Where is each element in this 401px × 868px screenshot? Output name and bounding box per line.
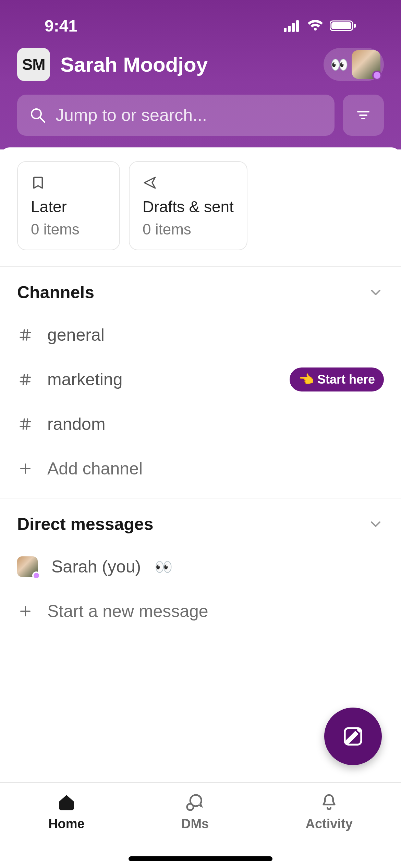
hash-icon bbox=[17, 328, 34, 342]
filter-button[interactable] bbox=[343, 95, 384, 136]
drafts-title: Drafts & sent bbox=[143, 197, 234, 216]
channel-random[interactable]: random bbox=[17, 402, 384, 446]
send-icon bbox=[143, 175, 157, 191]
tab-home[interactable]: Home bbox=[48, 793, 85, 831]
dms-section: Direct messages Sarah (you) 👀 Start a ne… bbox=[0, 498, 401, 634]
cellular-icon bbox=[284, 20, 301, 32]
drafts-sub: 0 items bbox=[143, 221, 234, 238]
chevron-down-icon bbox=[367, 516, 384, 532]
status-time: 9:41 bbox=[45, 16, 77, 35]
channel-general[interactable]: general bbox=[17, 313, 384, 357]
channel-label: marketing bbox=[47, 370, 123, 389]
wifi-icon bbox=[307, 20, 324, 32]
bookmark-icon bbox=[31, 175, 45, 191]
svg-point-13 bbox=[187, 804, 194, 810]
dm-avatar-wrap bbox=[17, 556, 38, 577]
activity-icon bbox=[319, 793, 339, 812]
start-new-message-button[interactable]: Start a new message bbox=[17, 589, 384, 634]
screen: 9:41 SM Sarah Moodjoy 👀 Jump to bbox=[0, 0, 401, 868]
channels-section: Channels general marketing 👈 Start here … bbox=[0, 267, 401, 491]
status-emoji: 👀 bbox=[330, 56, 348, 73]
dm-self-label: Sarah (you) bbox=[51, 557, 141, 577]
home-indicator[interactable] bbox=[129, 856, 272, 861]
add-channel-label: Add channel bbox=[47, 459, 143, 479]
svg-rect-1 bbox=[288, 26, 291, 32]
tab-activity[interactable]: Activity bbox=[306, 793, 353, 831]
plus-icon bbox=[17, 604, 34, 618]
compose-icon bbox=[342, 725, 364, 747]
search-row: Jump to or search... bbox=[17, 95, 384, 136]
header: 9:41 SM Sarah Moodjoy 👀 Jump to bbox=[0, 0, 401, 149]
status-indicators bbox=[284, 20, 356, 32]
channel-label: random bbox=[47, 414, 106, 434]
later-sub: 0 items bbox=[31, 221, 106, 238]
start-here-label: Start here bbox=[317, 372, 375, 387]
svg-rect-5 bbox=[331, 22, 351, 29]
channels-title: Channels bbox=[17, 282, 94, 302]
tab-activity-label: Activity bbox=[306, 817, 353, 831]
compose-fab[interactable] bbox=[324, 708, 382, 765]
plus-icon bbox=[17, 462, 34, 475]
quick-cards: Later 0 items Drafts & sent 0 items bbox=[0, 161, 401, 266]
channels-header[interactable]: Channels bbox=[17, 267, 384, 313]
svg-rect-6 bbox=[354, 24, 356, 28]
search-placeholder: Jump to or search... bbox=[56, 105, 207, 125]
home-icon bbox=[57, 793, 76, 812]
channel-marketing[interactable]: marketing 👈 Start here bbox=[17, 357, 384, 402]
presence-indicator bbox=[372, 71, 382, 80]
dm-self-emoji: 👀 bbox=[155, 558, 172, 575]
start-here-pill[interactable]: 👈 Start here bbox=[290, 367, 384, 391]
svg-rect-0 bbox=[284, 28, 287, 32]
add-channel-button[interactable]: Add channel bbox=[17, 446, 384, 491]
chevron-down-icon bbox=[367, 284, 384, 301]
filter-icon bbox=[355, 107, 372, 123]
workspace-name: Sarah Moodjoy bbox=[60, 53, 208, 76]
search-input[interactable]: Jump to or search... bbox=[17, 95, 335, 136]
tab-bar: Home DMs Activity bbox=[0, 782, 401, 868]
workspace-badge: SM bbox=[17, 48, 50, 81]
title-row: SM Sarah Moodjoy 👀 bbox=[17, 48, 384, 81]
later-card[interactable]: Later 0 items bbox=[17, 161, 120, 250]
tab-dms[interactable]: DMs bbox=[181, 793, 209, 831]
dms-header[interactable]: Direct messages bbox=[17, 498, 384, 544]
point-left-emoji: 👈 bbox=[299, 372, 314, 387]
start-message-label: Start a new message bbox=[47, 601, 208, 621]
search-icon bbox=[29, 107, 46, 123]
tab-home-label: Home bbox=[48, 817, 85, 831]
later-title: Later bbox=[31, 197, 106, 216]
battery-icon bbox=[330, 20, 356, 32]
dms-icon bbox=[185, 793, 205, 812]
workspace-switcher[interactable]: SM Sarah Moodjoy bbox=[17, 48, 208, 81]
svg-rect-2 bbox=[292, 23, 295, 32]
dm-self[interactable]: Sarah (you) 👀 bbox=[17, 544, 384, 589]
status-bar: 9:41 bbox=[17, 14, 384, 38]
drafts-card[interactable]: Drafts & sent 0 items bbox=[129, 161, 247, 250]
avatar bbox=[352, 50, 380, 79]
channel-label: general bbox=[47, 325, 105, 345]
hash-icon bbox=[17, 373, 34, 386]
profile-button[interactable]: 👀 bbox=[324, 48, 384, 81]
dms-title: Direct messages bbox=[17, 514, 153, 534]
avatar bbox=[17, 556, 38, 577]
svg-rect-3 bbox=[296, 20, 299, 32]
tab-dms-label: DMs bbox=[181, 817, 209, 831]
hash-icon bbox=[17, 417, 34, 431]
presence-indicator bbox=[32, 571, 40, 580]
svg-line-8 bbox=[40, 118, 45, 122]
